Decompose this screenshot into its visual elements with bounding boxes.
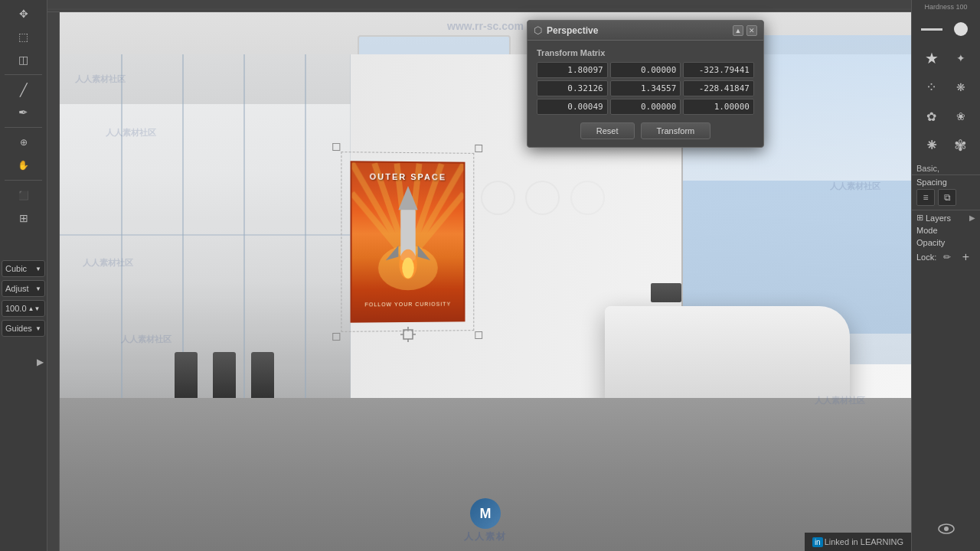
matrix-cell-5[interactable]: -228.41847 — [683, 80, 754, 96]
lock-label: Lock: — [916, 253, 936, 262]
handle-bottom-left[interactable] — [332, 333, 340, 341]
toolbar-sep-1 — [5, 74, 42, 75]
brush-item-star2[interactable]: ✦ — [947, 44, 975, 72]
select-tool-b[interactable]: ◫ — [13, 49, 34, 70]
laptop — [651, 283, 681, 302]
brush-item-line[interactable] — [918, 15, 946, 43]
spacing-label: Spacing — [916, 178, 975, 187]
zoom-tool[interactable]: ⊕ — [13, 132, 34, 153]
toolbar-sep-3 — [5, 180, 42, 181]
basic-label: Basic, — [912, 164, 939, 173]
right-panel: Hardness 100 ★ ✦ ⁘ ❋ — [911, 0, 980, 551]
mode-label: Mode — [916, 226, 975, 235]
move-tool[interactable]: ✥ — [13, 3, 34, 24]
value-input[interactable]: 100.0 ▲▼ — [2, 300, 45, 317]
transform-matrix-label: Transform Matrix — [537, 48, 754, 57]
matrix-cell-7[interactable]: 0.00000 — [610, 99, 681, 115]
layers-label: Layers — [926, 214, 951, 223]
splatter-icon-6: ✾ — [954, 136, 967, 155]
spacing-icon-btn-2[interactable]: ⧉ — [938, 189, 956, 206]
splatter-icon-4: ❀ — [956, 110, 965, 122]
matrix-cell-3[interactable]: 0.32126 — [537, 80, 608, 96]
layers-icon: ⊞ — [916, 213, 923, 223]
scroll-arrow[interactable]: ▶ — [37, 357, 44, 367]
brush-item-dot[interactable] — [947, 15, 975, 43]
splatter-icon-5: ⁕ — [925, 135, 939, 155]
poster-container[interactable]: OUTER SPACE FOLLOW YOUR CURIOSITY — [351, 161, 466, 322]
matrix-cell-1[interactable]: 0.00000 — [610, 62, 681, 78]
brush-row-line — [915, 15, 978, 43]
cubic-chevron: ▼ — [35, 266, 41, 272]
toolbar-sep-2 — [5, 127, 42, 128]
reset-button[interactable]: Reset — [580, 122, 635, 139]
pen-tool[interactable]: ✒ — [13, 102, 34, 123]
outer-space-poster: OUTER SPACE FOLLOW YOUR CURIOSITY — [351, 161, 466, 322]
transform-button[interactable]: Transform — [641, 122, 711, 139]
svg-point-14 — [402, 257, 414, 278]
chair-3 — [251, 352, 274, 398]
transform-matrix-grid: 1.80097 0.00000 -323.79441 0.32126 1.345… — [537, 62, 754, 115]
floor — [60, 398, 911, 551]
glass-rail — [60, 234, 350, 236]
brush-tool[interactable]: ╱ — [13, 79, 34, 100]
brush-item-splatter4[interactable]: ❀ — [947, 103, 975, 130]
handle-top-left[interactable] — [332, 143, 340, 151]
brush-item-splatter2[interactable]: ❋ — [947, 73, 975, 101]
perspective-icon: ⬡ — [534, 24, 542, 36]
opacity-label: Opacity — [916, 238, 975, 247]
matrix-cell-4[interactable]: 1.34557 — [610, 80, 681, 96]
brush-item-splatter5[interactable]: ⁕ — [918, 132, 946, 159]
spacing-icon-btn-1[interactable]: ≡ — [916, 189, 935, 206]
perspective-dialog: ⬡ Perspective ▲ ✕ Transform Matrix 1.800… — [527, 20, 764, 148]
hand-tool[interactable]: ✋ — [13, 155, 34, 176]
adjust-dropdown[interactable]: Adjust ▼ — [2, 280, 45, 297]
transform-tool[interactable]: ⊞ — [13, 207, 34, 229]
dialog-up-btn[interactable]: ▲ — [733, 25, 743, 36]
office-background: www.rr-sc.com 人人素材社区 人人素材社区 人人素材社区 人人素材社… — [60, 12, 911, 551]
eye-icon-area — [935, 517, 958, 548]
brush-row-splatter1: ⁘ ❋ — [915, 73, 978, 101]
splatter-icon-2: ❋ — [956, 81, 965, 93]
brush-item-star[interactable]: ★ — [918, 44, 946, 72]
matrix-cell-2[interactable]: -323.79441 — [683, 62, 754, 78]
horizontal-ruler: // ruler ticks will be drawn inline — [47, 0, 911, 12]
brush-item-splatter3[interactable]: ✿ — [918, 103, 946, 130]
visibility-eye-icon[interactable] — [935, 517, 958, 540]
brush-item-splatter6[interactable]: ✾ — [947, 132, 975, 159]
poster-subtitle: FOLLOW YOUR CURIOSITY — [352, 302, 464, 308]
matrix-cell-8[interactable]: 1.00000 — [683, 99, 754, 115]
matrix-cell-0[interactable]: 1.80097 — [537, 62, 608, 78]
poster-title: OUTER SPACE — [352, 171, 464, 181]
matrix-cell-6[interactable]: 0.00049 — [537, 99, 608, 115]
guides-dropdown[interactable]: Guides ▼ — [2, 320, 45, 337]
star-brush-icon: ★ — [925, 49, 939, 67]
splatter-icon-1: ⁘ — [926, 79, 937, 96]
cubic-dropdown[interactable]: Cubic ▼ — [2, 260, 45, 277]
value-display: 100.0 — [5, 304, 27, 313]
layers-icon[interactable]: ⬛ — [13, 184, 34, 206]
spacing-controls: ≡ ⧉ — [916, 189, 975, 206]
dialog-close-btn[interactable]: ✕ — [746, 25, 757, 36]
svg-point-23 — [944, 527, 949, 531]
handle-bottom-right[interactable] — [475, 331, 482, 339]
brush-row-splatter2: ✿ ❀ — [915, 103, 978, 130]
guides-chevron: ▼ — [35, 325, 41, 332]
brush-row-star: ★ ✦ — [915, 44, 978, 72]
add-layer-button[interactable]: + — [958, 249, 973, 265]
adjust-label: Adjust — [5, 284, 29, 293]
bottom-bar: in Linked in LEARNING — [805, 533, 911, 551]
canvas-area[interactable]: www.rr-sc.com 人人素材社区 人人素材社区 人人素材社区 人人素材社… — [60, 12, 911, 551]
dialog-controls: ▲ ✕ — [733, 25, 757, 36]
cubic-label: Cubic — [5, 264, 27, 273]
lock-pencil-icon[interactable]: ✏ — [939, 249, 955, 265]
star-brush-icon-2: ✦ — [956, 52, 965, 64]
dialog-action-buttons: Reset Transform — [537, 122, 754, 139]
select-rect-tool[interactable]: ⬚ — [13, 26, 34, 47]
dialog-titlebar: ⬡ Perspective ▲ ✕ — [528, 21, 763, 41]
brush-item-splatter1[interactable]: ⁘ — [918, 73, 946, 101]
layers-section: ⊞ Layers ▶ Mode Opacity Lock: ✏ + — [912, 210, 980, 267]
handle-top-right[interactable] — [475, 145, 482, 152]
adjust-chevron: ▼ — [35, 285, 41, 292]
value-spinner[interactable]: ▲▼ — [28, 305, 41, 312]
dialog-body: Transform Matrix 1.80097 0.00000 -323.79… — [528, 41, 763, 147]
